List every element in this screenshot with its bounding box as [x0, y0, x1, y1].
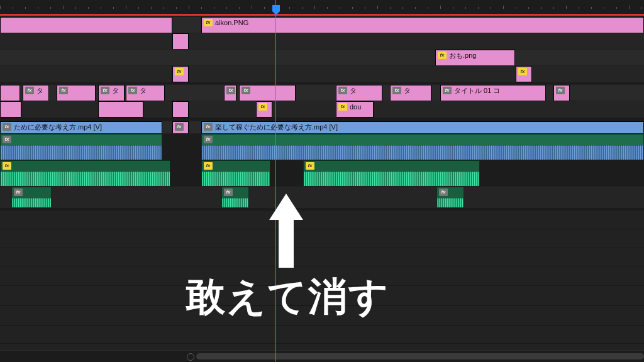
- fx-badge: fx: [128, 87, 137, 94]
- waveform: [222, 198, 248, 207]
- empty-track[interactable]: [0, 210, 644, 229]
- clip-label: タ: [36, 86, 43, 95]
- clip-label: タイトル 01 コ: [454, 86, 500, 95]
- clip-label: タ: [112, 86, 119, 95]
- waveform: [304, 172, 479, 186]
- clip[interactable]: fxタ: [390, 85, 431, 101]
- clip[interactable]: fx: [172, 121, 189, 134]
- scrollbar-thumb[interactable]: [196, 353, 644, 359]
- clip-label: おも.png: [449, 51, 476, 60]
- fx-badge: fx: [443, 87, 452, 94]
- clip[interactable]: fxタ: [23, 85, 49, 101]
- fx-badge: fx: [25, 87, 34, 94]
- fx-badge: fx: [59, 87, 68, 94]
- clip[interactable]: [0, 85, 20, 101]
- clip-label: タ: [140, 86, 147, 95]
- fx-badge: fx: [3, 136, 11, 143]
- fx-badge: fx: [14, 189, 23, 196]
- clip-label: タ: [350, 86, 357, 95]
- timeline-ruler[interactable]: [0, 0, 644, 14]
- fx-badge: fx: [392, 87, 401, 94]
- fx-badge: fx: [204, 136, 213, 143]
- clip[interactable]: fx: [553, 85, 570, 101]
- fx-badge: fx: [204, 162, 213, 170]
- clip[interactable]: [0, 101, 21, 118]
- annotation-text: 敢えて消す: [186, 270, 389, 323]
- horizontal-scrollbar[interactable]: [0, 350, 644, 362]
- empty-track[interactable]: [0, 326, 644, 345]
- clip[interactable]: fxタ: [336, 85, 382, 101]
- track-t_v5[interactable]: [0, 33, 644, 50]
- fx-badge: fx: [101, 87, 109, 94]
- clip[interactable]: fx: [201, 160, 270, 187]
- track-t_v1[interactable]: fxために必要な考え方.mp4 [V]fxfx楽して稼ぐために必要な考え方.mp…: [0, 121, 644, 134]
- clip[interactable]: fx: [239, 85, 296, 101]
- track-t_a3[interactable]: fxfxfx: [0, 186, 644, 208]
- clip[interactable]: fxdou: [336, 101, 374, 118]
- clip[interactable]: fx: [256, 101, 272, 118]
- waveform: [202, 145, 643, 160]
- track-t_v3[interactable]: fxタfxfxタfxタfxfxfxタfxタfxタイトル 01 コfx: [0, 84, 644, 101]
- track-t_v4[interactable]: fxおも.png: [0, 49, 644, 66]
- clip[interactable]: [0, 17, 172, 33]
- clip[interactable]: fx: [303, 160, 480, 187]
- fx-badge: fx: [226, 87, 235, 94]
- fx-badge: fx: [242, 87, 250, 94]
- clip[interactable]: fxaikon.PNG: [201, 17, 644, 33]
- track-t_a1[interactable]: fxfx: [0, 133, 644, 160]
- clip[interactable]: fx: [224, 85, 236, 101]
- fx-badge: fx: [224, 189, 233, 196]
- clip[interactable]: fx: [221, 187, 249, 208]
- fx-badge: fx: [338, 87, 347, 94]
- fx-badge: fx: [175, 68, 184, 75]
- clip[interactable]: fx: [516, 66, 532, 82]
- clip[interactable]: fxおも.png: [435, 50, 515, 66]
- clip[interactable]: fxタ: [126, 85, 165, 101]
- waveform: [437, 198, 464, 207]
- clip[interactable]: fx楽して稼ぐために必要な考え方.mp4 [V]: [201, 121, 644, 134]
- clip[interactable]: fx: [11, 187, 52, 208]
- fx-badge: fx: [439, 189, 448, 196]
- clip[interactable]: fx: [436, 187, 464, 208]
- clip[interactable]: fx: [0, 134, 162, 160]
- fx-badge: fx: [3, 162, 11, 170]
- fx-badge: fx: [438, 52, 447, 59]
- waveform: [1, 145, 162, 160]
- clip[interactable]: [98, 101, 143, 118]
- fx-badge: fx: [175, 123, 184, 131]
- clip[interactable]: fxために必要な考え方.mp4 [V]: [0, 121, 162, 134]
- clip-label: タ: [404, 86, 411, 95]
- fx-badge: fx: [306, 162, 314, 170]
- clip-label: aikon.PNG: [215, 18, 248, 27]
- clip[interactable]: [172, 101, 189, 118]
- fx-badge: fx: [204, 123, 213, 131]
- fx-badge: fx: [338, 103, 347, 111]
- annotation-arrow: [264, 194, 308, 270]
- waveform: [1, 172, 170, 186]
- track-t_v2[interactable]: fxfxdou: [0, 101, 644, 118]
- clip[interactable]: fx: [172, 66, 189, 82]
- track-t_v6[interactable]: fxaikon.PNG: [0, 16, 644, 33]
- clip[interactable]: [172, 33, 189, 50]
- track-t_a2[interactable]: fxfxfx: [0, 160, 644, 187]
- clip[interactable]: fxタ: [98, 85, 125, 101]
- clip[interactable]: fxタイトル 01 コ: [440, 85, 546, 101]
- zoom-handle[interactable]: [187, 353, 194, 361]
- fx-badge: fx: [518, 68, 527, 75]
- waveform: [202, 172, 270, 186]
- waveform: [12, 198, 51, 207]
- fx-badge: fx: [3, 123, 11, 131]
- clip[interactable]: fx: [57, 85, 96, 101]
- clip-label: dou: [350, 102, 361, 111]
- empty-track[interactable]: [0, 248, 644, 267]
- fx-badge: fx: [556, 87, 565, 94]
- clip-label: ために必要な考え方.mp4 [V]: [14, 123, 102, 131]
- fx-badge: fx: [258, 103, 267, 111]
- work-area-bar[interactable]: [0, 14, 644, 16]
- fx-badge: fx: [204, 19, 213, 26]
- clip-label: 楽して稼ぐために必要な考え方.mp4 [V]: [215, 123, 338, 131]
- clip[interactable]: fx: [201, 134, 644, 160]
- empty-track[interactable]: [0, 229, 644, 248]
- clip[interactable]: fx: [0, 160, 170, 187]
- track-t_v3b[interactable]: fxfx: [0, 65, 644, 82]
